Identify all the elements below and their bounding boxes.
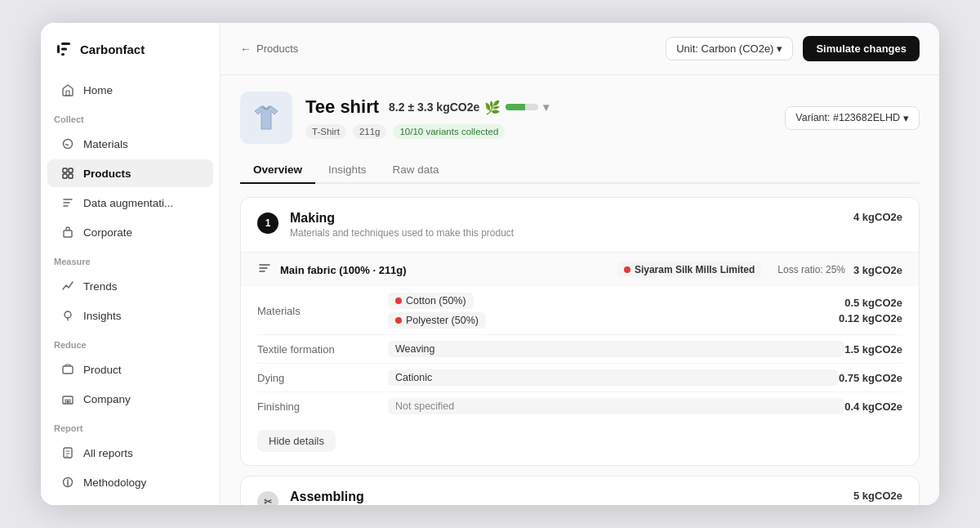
main-content: ← Products Unit: Carbon (CO2e) ▾ Simulat… bbox=[220, 23, 939, 505]
material-chip-polyester: Polyester (50%) bbox=[388, 312, 486, 329]
sidebar-item-data-aug[interactable]: Data augmentati... bbox=[47, 189, 213, 217]
reports-icon bbox=[60, 445, 75, 460]
materials-icon bbox=[60, 136, 75, 151]
hide-details-button[interactable]: Hide details bbox=[257, 430, 336, 452]
badge-weight: 211g bbox=[353, 124, 387, 139]
methodology-icon bbox=[60, 475, 75, 490]
breadcrumb-arrow: ← bbox=[240, 43, 252, 56]
tab-overview[interactable]: Overview bbox=[240, 157, 315, 184]
score-bar-fill bbox=[506, 104, 525, 110]
sidebar-item-home[interactable]: Home bbox=[47, 76, 213, 104]
sidebar-item-label: Methodology bbox=[83, 477, 146, 489]
logo-text: Carbonfact bbox=[80, 43, 145, 56]
product-reduce-icon bbox=[60, 362, 75, 377]
sidebar-item-insights[interactable]: Insights bbox=[47, 302, 213, 329]
badge-type: T-Shirt bbox=[305, 124, 346, 139]
home-label: Home bbox=[83, 84, 113, 96]
detail-label-materials: Materials bbox=[257, 305, 388, 317]
making-value: 4 kgCO2e bbox=[853, 211, 902, 223]
assembling-step-number: ✂ bbox=[257, 491, 278, 505]
detail-row-finishing: Finishing Not specified 0.4 kgCO2e bbox=[257, 392, 902, 420]
leaf-icon: 🌿 bbox=[484, 100, 501, 115]
svg-rect-1 bbox=[61, 43, 70, 45]
sidebar-item-materials[interactable]: Materials bbox=[47, 130, 213, 158]
svg-rect-10 bbox=[64, 230, 72, 237]
variant-selector[interactable]: Variant: #123682ELHD ▾ bbox=[785, 106, 920, 130]
detail-row-textile: Textile formation Weaving 1.5 kgCO2e bbox=[257, 335, 902, 364]
assembling-title-block: Assembling bbox=[290, 490, 842, 504]
making-subtitle: Materials and techniques used to make th… bbox=[290, 227, 842, 239]
svg-point-11 bbox=[65, 311, 71, 318]
cotton-label: Cotton (50%) bbox=[406, 295, 466, 307]
making-title: Making bbox=[290, 211, 842, 226]
badge-collected: 10/10 variants collected bbox=[393, 124, 505, 139]
sidebar-item-all-reports[interactable]: All reports bbox=[47, 439, 213, 467]
assembling-title: Assembling bbox=[290, 490, 842, 504]
section-report: Report bbox=[41, 414, 220, 438]
detail-row-dying: Dying Cationic 0.75 kgCO2e bbox=[257, 364, 902, 392]
sidebar-item-products[interactable]: Products bbox=[47, 159, 213, 187]
sidebar-item-label: Materials bbox=[83, 138, 128, 150]
sidebar-item-trends[interactable]: Trends bbox=[47, 272, 213, 300]
section-measure: Measure bbox=[41, 247, 220, 271]
tab-insights[interactable]: Insights bbox=[315, 157, 380, 184]
product-badges: T-Shirt 211g 10/10 variants collected bbox=[305, 124, 772, 139]
supplier-name: Siyaram Silk Mills Limited bbox=[635, 264, 755, 275]
unit-label: Unit: Carbon (CO2e) bbox=[676, 43, 773, 55]
top-bar: ← Products Unit: Carbon (CO2e) ▾ Simulat… bbox=[220, 23, 939, 75]
making-step-number: 1 bbox=[257, 213, 278, 234]
section-reduce: Reduce bbox=[41, 330, 220, 355]
sidebar-item-company[interactable]: Company bbox=[47, 385, 213, 413]
fabric-value: 3 kgCO2e bbox=[853, 264, 902, 276]
fabric-icon bbox=[257, 261, 272, 279]
svg-rect-14 bbox=[67, 400, 69, 403]
assembling-card: ✂ Assembling 5 kgCO2e Siyaram Silk Mills… bbox=[240, 476, 920, 505]
sidebar-item-label: Products bbox=[83, 168, 131, 180]
fabric-row: Main fabric (100% · 211g) Siyaram Silk M… bbox=[241, 252, 919, 287]
sidebar-item-label: Insights bbox=[83, 310, 122, 322]
material-values: 0.5 kgCO2e 0.12 kgCO2e bbox=[839, 297, 902, 324]
detail-label-dying: Dying bbox=[257, 372, 388, 384]
score-chevron-icon[interactable]: ▾ bbox=[543, 101, 549, 114]
cotton-dot bbox=[395, 298, 402, 304]
sidebar-item-methodology[interactable]: Methodology bbox=[47, 468, 213, 496]
svg-rect-4 bbox=[66, 91, 69, 96]
breadcrumb-text: Products bbox=[256, 43, 298, 55]
fabric-title: Main fabric (100% · 211g) bbox=[280, 264, 609, 276]
company-icon bbox=[60, 392, 75, 406]
tab-raw-data[interactable]: Raw data bbox=[380, 157, 452, 184]
breadcrumb[interactable]: ← Products bbox=[240, 43, 298, 56]
sidebar-item-corporate[interactable]: Corporate bbox=[47, 218, 213, 246]
detail-values-dying: Cationic bbox=[388, 369, 839, 386]
score-bar bbox=[506, 104, 538, 110]
chevron-down-icon: ▾ bbox=[777, 43, 782, 55]
polyester-label: Polyester (50%) bbox=[406, 315, 479, 326]
supplier-dot bbox=[624, 266, 630, 273]
detail-values-textile: Weaving bbox=[388, 341, 844, 357]
sidebar-item-label: Company bbox=[83, 393, 131, 405]
sidebar: Carbonfact Home Collect Materials Produc… bbox=[41, 23, 220, 505]
finishing-chip: Not specified bbox=[388, 398, 844, 414]
svg-rect-8 bbox=[63, 174, 67, 178]
unit-selector[interactable]: Unit: Carbon (CO2e) ▾ bbox=[666, 37, 793, 60]
assembling-value: 5 kgCO2e bbox=[853, 490, 902, 502]
svg-rect-12 bbox=[63, 366, 73, 374]
app-window: Carbonfact Home Collect Materials Produc… bbox=[41, 23, 939, 505]
home-icon bbox=[60, 83, 75, 97]
sidebar-item-label: Corporate bbox=[83, 226, 132, 239]
sidebar-item-label: Trends bbox=[83, 280, 118, 293]
insights-icon bbox=[60, 308, 75, 323]
product-image bbox=[240, 92, 292, 144]
sidebar-item-product-reduce[interactable]: Product bbox=[47, 356, 213, 383]
simulate-button[interactable]: Simulate changes bbox=[803, 36, 920, 61]
svg-rect-6 bbox=[63, 168, 67, 172]
svg-point-5 bbox=[64, 140, 73, 149]
svg-rect-2 bbox=[61, 48, 67, 51]
cotton-value: 0.5 kgCO2e bbox=[844, 297, 902, 309]
data-aug-icon bbox=[60, 195, 75, 210]
logo-icon bbox=[54, 39, 74, 59]
product-name: Tee shirt bbox=[305, 96, 379, 118]
section-collect: Collect bbox=[41, 105, 220, 129]
content-area: Tee shirt 8.2 ± 3.3 kgCO2e 🌿 ▾ T-Shirt bbox=[220, 75, 939, 505]
product-title-row: Tee shirt 8.2 ± 3.3 kgCO2e 🌿 ▾ bbox=[305, 96, 772, 118]
